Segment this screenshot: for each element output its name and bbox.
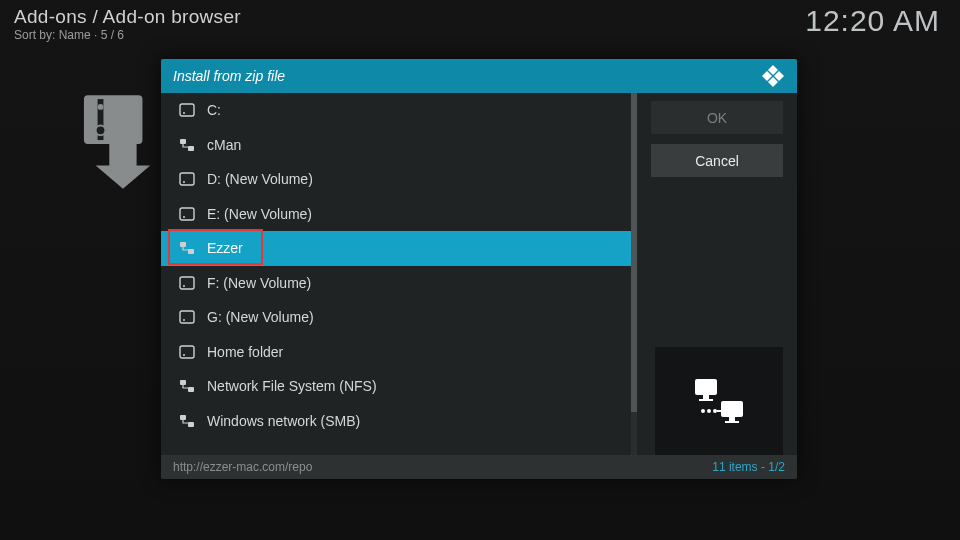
svg-point-30: [701, 409, 705, 413]
svg-rect-23: [188, 422, 194, 427]
sort-indicator: Sort by: Name · 5 / 6: [14, 28, 124, 42]
cancel-button[interactable]: Cancel: [651, 144, 783, 177]
list-item-label: G: (New Volume): [207, 309, 314, 325]
svg-point-15: [183, 285, 185, 287]
drive-icon: [179, 344, 195, 360]
svg-rect-20: [180, 380, 186, 385]
drive-icon: [179, 309, 195, 325]
list-item-label: Windows network (SMB): [207, 413, 360, 429]
kodi-logo-icon: [761, 64, 785, 88]
svg-rect-27: [721, 401, 743, 417]
list-item-label: E: (New Volume): [207, 206, 312, 222]
list-item-label: C:: [207, 102, 221, 118]
network-icon: [179, 413, 195, 429]
svg-rect-8: [180, 173, 194, 185]
svg-rect-25: [703, 395, 709, 399]
svg-rect-4: [180, 104, 194, 116]
file-list[interactable]: C:cManD: (New Volume)E: (New Volume)Ezze…: [161, 93, 637, 455]
list-item[interactable]: F: (New Volume): [161, 266, 637, 301]
svg-rect-28: [729, 417, 735, 421]
footer-item-count: 11 items: [712, 460, 757, 474]
network-icon: [179, 137, 195, 153]
svg-rect-21: [188, 387, 194, 392]
svg-rect-22: [180, 415, 186, 420]
svg-rect-26: [699, 399, 713, 401]
drive-icon: [179, 275, 195, 291]
list-item-label: Home folder: [207, 344, 283, 360]
list-item-label: Network File System (NFS): [207, 378, 377, 394]
list-item[interactable]: Home folder: [161, 335, 637, 370]
svg-point-2: [98, 104, 104, 110]
svg-rect-12: [180, 242, 186, 247]
svg-rect-16: [180, 311, 194, 323]
dialog-footer: http://ezzer-mac.com/repo 11 items - 1/2: [161, 455, 797, 479]
svg-point-19: [183, 354, 185, 356]
svg-point-32: [713, 409, 717, 413]
list-item[interactable]: Windows network (SMB): [161, 404, 637, 439]
preview-thumbnail: [655, 347, 783, 455]
list-item-label: cMan: [207, 137, 241, 153]
svg-rect-13: [188, 249, 194, 254]
svg-rect-14: [180, 277, 194, 289]
svg-rect-6: [180, 139, 186, 144]
list-item[interactable]: C:: [161, 93, 637, 128]
page-title: Add-ons / Add-on browser: [14, 6, 241, 28]
ok-button[interactable]: OK: [651, 101, 783, 134]
footer-path: http://ezzer-mac.com/repo: [173, 460, 312, 474]
list-item-label: D: (New Volume): [207, 171, 313, 187]
svg-point-3: [96, 125, 106, 135]
drive-icon: [179, 171, 195, 187]
list-item[interactable]: D: (New Volume): [161, 162, 637, 197]
install-from-zip-dialog: Install from zip file C:cManD: (New Volu…: [161, 59, 797, 479]
svg-point-17: [183, 319, 185, 321]
svg-rect-18: [180, 346, 194, 358]
svg-rect-0: [84, 95, 143, 144]
list-item[interactable]: G: (New Volume): [161, 300, 637, 335]
svg-rect-7: [188, 146, 194, 151]
svg-rect-10: [180, 208, 194, 220]
svg-point-31: [707, 409, 711, 413]
svg-point-9: [183, 181, 185, 183]
svg-point-5: [183, 112, 185, 114]
svg-point-11: [183, 216, 185, 218]
svg-rect-29: [725, 421, 739, 423]
drive-icon: [179, 102, 195, 118]
footer-page: 1/2: [768, 460, 785, 474]
list-item[interactable]: cMan: [161, 128, 637, 163]
list-item-label: F: (New Volume): [207, 275, 311, 291]
svg-rect-33: [717, 410, 723, 412]
dialog-titlebar: Install from zip file: [161, 59, 797, 93]
network-icon: [179, 378, 195, 394]
clock: 12:20 AM: [805, 4, 940, 38]
zip-download-icon: [82, 92, 160, 192]
list-item[interactable]: E: (New Volume): [161, 197, 637, 232]
network-icon: [179, 240, 195, 256]
list-item[interactable]: Ezzer: [161, 231, 637, 266]
list-item[interactable]: Network File System (NFS): [161, 369, 637, 404]
drive-icon: [179, 206, 195, 222]
list-item-label: Ezzer: [207, 240, 243, 256]
dialog-title: Install from zip file: [173, 68, 285, 84]
svg-rect-24: [695, 379, 717, 395]
